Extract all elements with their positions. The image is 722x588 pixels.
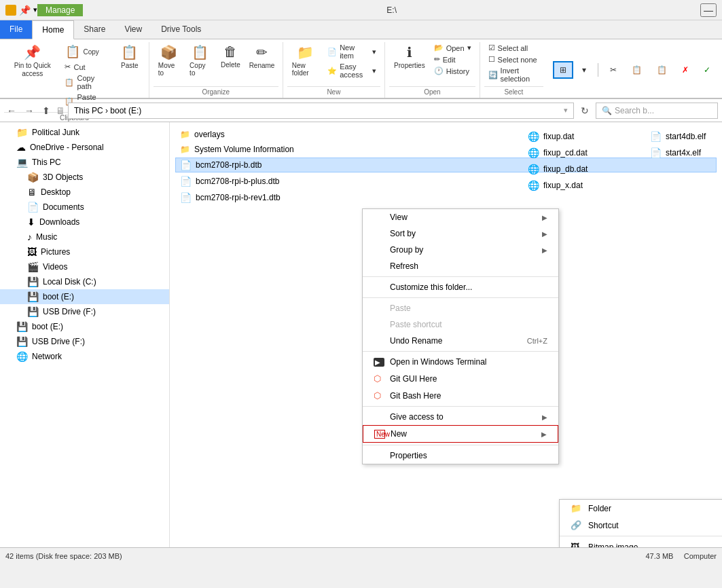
sidebar-item-this-pc[interactable]: 💻 This PC — [0, 155, 169, 170]
sidebar-item-music[interactable]: ♪ Music — [0, 229, 169, 244]
history-icon: 🕐 — [434, 67, 444, 75]
easy-access-icon: ⭐ — [327, 67, 337, 75]
sidebar-item-3d-objects[interactable]: 📦 3D Objects — [0, 170, 169, 185]
invert-icon: 🔄 — [488, 71, 498, 79]
ctx-undo-rename[interactable]: Undo Rename Ctrl+Z — [363, 333, 558, 349]
rename-button[interactable]: ✏ Rename — [245, 42, 278, 71]
sidebar-item-downloads[interactable]: ⬇ Downloads — [0, 215, 169, 229]
move-to-button[interactable]: 📦 Move to — [154, 42, 185, 79]
sidebar-label: USB Drive (F:) — [43, 307, 96, 316]
back-button[interactable]: ← — [4, 104, 19, 117]
ctx-git-gui[interactable]: ⬡ Git GUI Here — [363, 370, 558, 387]
group-arrow: ▶ — [542, 246, 547, 254]
detail-view-button[interactable]: ⊞ — [553, 61, 573, 79]
address-path[interactable]: This PC › boot (E:) ▾ — [68, 103, 574, 119]
desktop-icon: 🖥 — [27, 187, 37, 198]
pin-to-quick-access-button[interactable]: 📌 Pin to Quick access — [4, 42, 60, 80]
paste-button[interactable]: 📋 Paste — [115, 42, 145, 71]
history-button[interactable]: 🕐 History — [430, 65, 475, 77]
forward-button[interactable]: → — [22, 104, 37, 117]
sidebar-item-boot-e2[interactable]: 💾 boot (E:) — [0, 319, 169, 334]
tab-drive-tools[interactable]: Drive Tools — [151, 20, 211, 39]
sidebar-item-usb-f[interactable]: 💾 USB Drive (F:) — [0, 304, 169, 319]
file-item-start4db[interactable]: 📄 start4db.elf — [645, 129, 722, 144]
select-none-button[interactable]: ☐ Select none — [484, 54, 543, 65]
cut-toolbar-button[interactable]: ✂ — [604, 62, 623, 78]
sidebar: 📁 Political Junk ☁ OneDrive - Personal 💻… — [0, 122, 170, 547]
refresh-button[interactable]: ↻ — [577, 104, 593, 117]
copy-label: Copy — [83, 48, 98, 56]
ctx-group-by[interactable]: Group by ▶ — [363, 242, 558, 258]
submenu-shortcut[interactable]: 🔗 Shortcut — [560, 517, 722, 534]
ctx-git-bash[interactable]: ⬡ Git Bash Here — [363, 387, 558, 404]
manage-tab-button[interactable]: Manage — [37, 4, 83, 16]
invert-selection-button[interactable]: 🔄 Invert selection — [484, 65, 543, 84]
ctx-label: Git GUI Here — [390, 374, 437, 384]
sidebar-item-political-junk[interactable]: 📁 Political Junk — [0, 125, 169, 140]
view-options-button[interactable]: ▾ — [576, 62, 592, 78]
sidebar-label: Documents — [43, 202, 84, 212]
ribbon-tabs: File Home Share View Drive Tools — [0, 20, 722, 39]
ctx-paste[interactable]: Paste — [363, 300, 558, 316]
new-folder-button[interactable]: 📁 New folder — [287, 42, 323, 79]
tab-share[interactable]: Share — [74, 20, 115, 39]
usb-icon: 💾 — [27, 306, 39, 317]
file-item-start4x[interactable]: 📄 start4x.elf — [645, 145, 722, 160]
delete-toolbar-button[interactable]: ✗ — [676, 62, 695, 78]
sidebar-item-desktop[interactable]: 🖥 Desktop — [0, 185, 169, 200]
copy-to-button[interactable]: 📋 Copy to — [185, 42, 215, 79]
new-submenu: 📁 Folder 🔗 Shortcut 🖼 Bitmap image 🎨 Cor… — [559, 499, 722, 547]
easy-access-button[interactable]: ⭐ Easy access ▾ — [323, 61, 380, 80]
open-arrow: ▾ — [467, 43, 471, 52]
tab-view[interactable]: View — [115, 20, 151, 39]
ctx-view[interactable]: View ▶ — [363, 209, 558, 225]
sidebar-item-boot-e[interactable]: 💾 boot (E:) — [0, 289, 169, 304]
submenu-folder[interactable]: 📁 Folder — [560, 500, 722, 517]
sidebar-item-pictures[interactable]: 🖼 Pictures — [0, 244, 169, 259]
ctx-paste-shortcut[interactable]: Paste shortcut — [363, 316, 558, 333]
file-item-fixup-x[interactable]: 🌐 fixup_x.dat — [523, 178, 659, 193]
properties-button[interactable]: ℹ Properties — [389, 42, 430, 71]
copy-button[interactable]: 📋 Copy — [60, 42, 114, 61]
select-all-button[interactable]: ☑ Select all — [484, 42, 543, 54]
ctx-refresh[interactable]: Refresh — [363, 258, 558, 274]
file-item-fixup-cd[interactable]: 🌐 fixup_cd.dat — [523, 145, 659, 160]
file-item-fixup[interactable]: 🌐 fixup.dat — [523, 129, 659, 144]
new-item-group: 📄 New item ▾ ⭐ Easy access ▾ — [323, 42, 380, 80]
sidebar-item-onedrive[interactable]: ☁ OneDrive - Personal — [0, 140, 169, 155]
sidebar-item-documents[interactable]: 📄 Documents — [0, 200, 169, 215]
cut-button[interactable]: ✂ Cut — [60, 61, 114, 73]
tab-home[interactable]: Home — [32, 20, 74, 39]
delete-button[interactable]: 🗑 Delete — [215, 42, 245, 71]
sidebar-item-local-disk[interactable]: 💾 Local Disk (C:) — [0, 274, 169, 289]
file-item-fixup-db[interactable]: 🌐 fixup_db.dat — [523, 162, 659, 177]
submenu-bitmap[interactable]: 🖼 Bitmap image — [560, 538, 722, 547]
minimize-button[interactable]: — — [700, 3, 717, 17]
paste-toolbar-button[interactable]: 📋 — [651, 62, 673, 78]
ctx-windows-terminal[interactable]: ▶ Open in Windows Terminal — [363, 354, 558, 370]
ctx-label: Customize this folder... — [390, 282, 472, 292]
search-box[interactable]: 🔍 Search b... — [596, 103, 718, 119]
ribbon-group-select: ☑ Select all ☐ Select none 🔄 Invert sele… — [480, 42, 547, 98]
path-dropdown[interactable]: ▾ — [564, 106, 568, 115]
ctx-sort-by[interactable]: Sort by ▶ — [363, 225, 558, 242]
file-area[interactable]: 📁 overlays 📁 System Volume Information 📄… — [170, 122, 722, 547]
sidebar-item-videos[interactable]: 🎬 Videos — [0, 259, 169, 274]
tab-file[interactable]: File — [0, 20, 32, 39]
new-item-button[interactable]: 📄 New item ▾ — [323, 42, 380, 61]
copy-to-icon: 📋 — [192, 44, 209, 60]
ctx-customize[interactable]: Customize this folder... — [363, 279, 558, 295]
open-button[interactable]: 📂 Open ▾ — [430, 42, 475, 54]
copy-path-button[interactable]: 📋 Copy path — [60, 73, 114, 92]
ctx-new[interactable]: NewNew ▶ — [363, 425, 558, 443]
sidebar-item-usb-f2[interactable]: 💾 USB Drive (F:) — [0, 334, 169, 349]
sidebar-item-network[interactable]: 🌐 Network — [0, 349, 169, 364]
ctx-give-access[interactable]: Give access to ▶ — [363, 409, 558, 425]
up-button[interactable]: ⬆ — [39, 104, 53, 117]
copy-toolbar-button[interactable]: 📋 — [626, 62, 648, 78]
ctx-sep2 — [363, 297, 558, 298]
network-icon: 🌐 — [16, 351, 28, 362]
check-toolbar-button[interactable]: ✓ — [698, 62, 717, 78]
edit-button[interactable]: ✏ Edit — [430, 54, 475, 65]
ctx-properties[interactable]: Properties — [363, 447, 558, 464]
